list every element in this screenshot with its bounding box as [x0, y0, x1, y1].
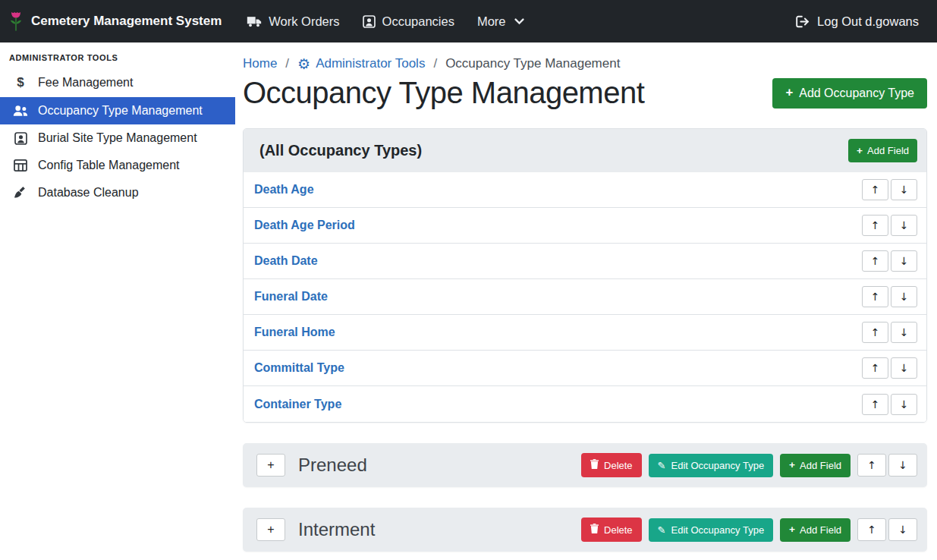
move-up-button[interactable]: ↑ — [862, 250, 888, 272]
main-content: Home / ⚙ Administrator Tools / Occupancy… — [235, 42, 937, 560]
up-arrow-icon: ↑ — [871, 291, 880, 303]
expand-section-button[interactable]: + — [256, 518, 285, 541]
up-arrow-icon: ↑ — [871, 362, 880, 374]
move-down-button[interactable]: ↓ — [888, 454, 917, 477]
gear-icon: ⚙ — [297, 57, 310, 71]
field-link-container-type[interactable]: Container Type — [254, 398, 341, 411]
move-up-button[interactable]: ↑ — [862, 357, 888, 379]
expand-section-button[interactable]: + — [256, 454, 285, 477]
nav-more[interactable]: More — [466, 8, 536, 36]
breadcrumb-home-link[interactable]: Home — [243, 56, 277, 71]
nav-work-orders[interactable]: Work Orders — [235, 8, 351, 36]
sidebar-item-database-cleanup[interactable]: Database Cleanup — [0, 179, 235, 206]
logout-button[interactable]: Log Out d.gowans — [796, 14, 919, 29]
delete-button[interactable]: Delete — [581, 453, 642, 477]
sidebar-item-occupancy-type-management[interactable]: Occupancy Type Management — [0, 97, 235, 124]
add-field-label: Add Field — [867, 145, 909, 156]
reorder-buttons: ↑ ↓ — [862, 357, 917, 379]
app-title: Cemetery Management System — [31, 14, 222, 29]
occupancy-type-section-preneed: + Preneed Delete ✎ Edit Occupancy Type — [243, 443, 927, 487]
section-actions: Delete ✎ Edit Occupancy Type + Add Field… — [581, 453, 917, 477]
users-icon — [11, 105, 30, 117]
field-link-committal-type[interactable]: Committal Type — [254, 361, 344, 375]
breadcrumb-admin-tools-label: Administrator Tools — [316, 56, 425, 71]
plus-icon: + — [857, 146, 863, 156]
down-arrow-icon: ↓ — [900, 291, 909, 303]
sidebar-item-config-table-management[interactable]: Config Table Management — [0, 152, 235, 179]
reorder-buttons: ↑ ↓ — [862, 286, 917, 307]
logout-label: Log Out d.gowans — [817, 14, 919, 29]
move-down-button[interactable]: ↓ — [888, 518, 917, 541]
move-down-button[interactable]: ↓ — [891, 394, 917, 415]
sidebar-item-label: Database Cleanup — [38, 186, 139, 200]
logout-icon — [796, 15, 810, 28]
up-arrow-icon: ↑ — [867, 459, 876, 471]
move-up-button[interactable]: ↑ — [857, 518, 886, 541]
down-arrow-icon: ↓ — [900, 184, 909, 196]
app-brand[interactable]: Cemetery Management System — [8, 11, 222, 31]
move-up-button[interactable]: ↑ — [862, 179, 888, 200]
breadcrumb-admin-tools-link[interactable]: ⚙ Administrator Tools — [297, 56, 425, 71]
reorder-buttons: ↑ ↓ — [857, 518, 917, 541]
field-link-funeral-home[interactable]: Funeral Home — [254, 326, 335, 339]
add-field-label: Add Field — [800, 460, 841, 471]
dollar-icon: $ — [11, 75, 30, 90]
add-field-button[interactable]: + Add Field — [780, 454, 851, 477]
move-down-button[interactable]: ↓ — [891, 215, 917, 236]
field-row: Death Age ↑ ↓ — [244, 172, 926, 208]
move-up-button[interactable]: ↑ — [862, 215, 888, 236]
up-arrow-icon: ↑ — [867, 524, 876, 536]
move-down-button[interactable]: ↓ — [891, 179, 917, 200]
delete-button[interactable]: Delete — [581, 518, 642, 542]
sidebar-item-label: Config Table Management — [38, 159, 180, 172]
occupancy-type-section-interment: + Interment Delete ✎ Edit Occupancy Type — [243, 508, 927, 552]
chevron-down-icon — [514, 18, 524, 25]
up-arrow-icon: ↑ — [871, 398, 880, 411]
move-down-button[interactable]: ↓ — [891, 250, 917, 272]
field-row: Funeral Home ↑ ↓ — [244, 315, 926, 351]
sidebar-item-label: Occupancy Type Management — [38, 104, 203, 118]
plus-icon: + — [789, 524, 795, 535]
trash-icon — [590, 459, 599, 471]
move-down-button[interactable]: ↓ — [891, 286, 917, 307]
move-up-button[interactable]: ↑ — [862, 322, 888, 343]
plus-icon: + — [267, 458, 274, 472]
panel-header: (All Occupancy Types) + Add Field — [244, 129, 926, 172]
move-up-button[interactable]: ↑ — [857, 454, 886, 477]
plus-icon: + — [785, 87, 793, 99]
add-occupancy-type-button[interactable]: + Add Occupancy Type — [772, 78, 927, 109]
breadcrumb-separator: / — [433, 56, 437, 71]
move-down-button[interactable]: ↓ — [891, 322, 917, 343]
field-link-death-age-period[interactable]: Death Age Period — [254, 219, 355, 232]
section-title: Interment — [298, 519, 375, 540]
add-field-button[interactable]: + Add Field — [848, 139, 917, 162]
move-up-button[interactable]: ↑ — [862, 286, 888, 307]
person-badge-icon — [363, 15, 376, 28]
field-row: Death Age Period ↑ ↓ — [244, 208, 926, 244]
pencil-icon: ✎ — [658, 461, 666, 470]
field-link-death-date[interactable]: Death Date — [254, 254, 318, 268]
edit-label: Edit Occupancy Type — [671, 460, 765, 471]
field-link-funeral-date[interactable]: Funeral Date — [254, 290, 328, 304]
sidebar-item-burial-site-type-management[interactable]: Burial Site Type Management — [0, 124, 235, 152]
nav-occupancies[interactable]: Occupancies — [351, 8, 466, 36]
field-link-death-age[interactable]: Death Age — [254, 183, 314, 197]
section-title: Preneed — [298, 455, 367, 476]
sidebar-item-fee-management[interactable]: $ Fee Management — [0, 68, 235, 97]
up-arrow-icon: ↑ — [871, 184, 880, 196]
field-row: Funeral Date ↑ ↓ — [244, 279, 926, 315]
move-up-button[interactable]: ↑ — [862, 394, 888, 415]
breadcrumb-current: Occupancy Type Management — [445, 56, 620, 71]
edit-occupancy-type-button[interactable]: ✎ Edit Occupancy Type — [649, 454, 774, 477]
add-occupancy-type-label: Add Occupancy Type — [799, 87, 914, 100]
reorder-buttons: ↑ ↓ — [862, 179, 917, 200]
trash-icon — [590, 524, 599, 536]
add-field-button[interactable]: + Add Field — [780, 518, 851, 542]
reorder-buttons: ↑ ↓ — [862, 322, 917, 343]
sidebar-heading: Administrator Tools — [0, 46, 235, 68]
edit-occupancy-type-button[interactable]: ✎ Edit Occupancy Type — [649, 518, 774, 542]
page-layout: Administrator Tools $ Fee Management Occ… — [0, 42, 937, 560]
pencil-icon: ✎ — [658, 525, 666, 535]
move-down-button[interactable]: ↓ — [891, 357, 917, 379]
up-arrow-icon: ↑ — [871, 255, 880, 267]
